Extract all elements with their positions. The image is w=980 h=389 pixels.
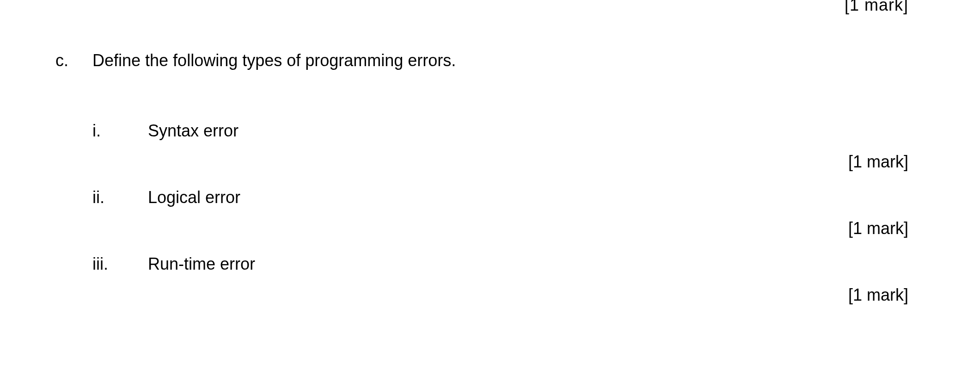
mark-allocation: [1 mark]: [92, 285, 908, 305]
question-letter: c.: [55, 51, 92, 70]
sub-item-row: iii. Run-time error: [92, 254, 908, 274]
sub-item: i. Syntax error [1 mark]: [92, 121, 908, 172]
question-heading-row: c. Define the following types of program…: [55, 51, 908, 70]
cutoff-mark-fragment: [1 mark]: [845, 0, 908, 15]
sub-item-text: Logical error: [148, 188, 240, 207]
sub-item-row: i. Syntax error: [92, 121, 908, 141]
sub-item-numeral: ii.: [92, 188, 148, 207]
mark-allocation: [1 mark]: [92, 152, 908, 172]
sub-item-numeral: i.: [92, 121, 148, 141]
sub-item: iii. Run-time error [1 mark]: [92, 254, 908, 305]
sub-item-text: Run-time error: [148, 254, 255, 274]
sub-item-text: Syntax error: [148, 121, 239, 141]
question-text: Define the following types of programmin…: [92, 51, 456, 70]
question-content: c. Define the following types of program…: [0, 0, 980, 305]
sub-item-numeral: iii.: [92, 254, 148, 274]
mark-allocation: [1 mark]: [92, 219, 908, 238]
sub-items-list: i. Syntax error [1 mark] ii. Logical err…: [55, 121, 908, 305]
sub-item-row: ii. Logical error: [92, 188, 908, 207]
sub-item: ii. Logical error [1 mark]: [92, 188, 908, 238]
